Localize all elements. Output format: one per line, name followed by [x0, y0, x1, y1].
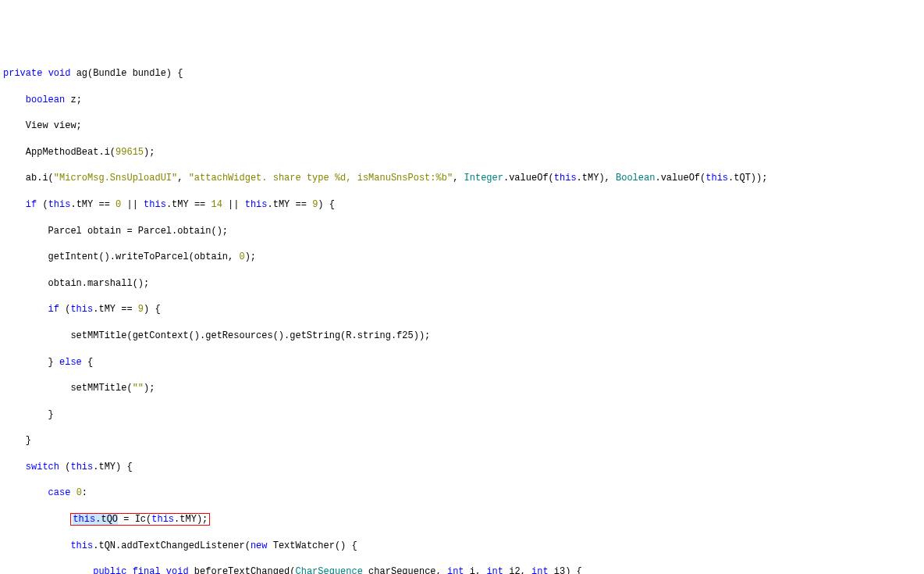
code-line: getIntent().writeToParcel(obtain, 0);	[3, 251, 921, 264]
code-line: if (this.tMY == 9) {	[3, 303, 921, 316]
code-line: obtain.marshall();	[3, 277, 921, 291]
code-line: this.tQN.addTextChangedListener(new Text…	[3, 540, 921, 553]
code-line: }	[3, 434, 921, 447]
code-line: public final void beforeTextChanged(Char…	[3, 565, 921, 574]
code-line: if (this.tMY == 0 || this.tMY == 14 || t…	[3, 198, 921, 212]
code-line: }	[3, 408, 921, 422]
code-line: } else {	[3, 356, 921, 369]
code-line: case 0:	[3, 487, 921, 500]
code-line: private void ag(Bundle bundle) {	[3, 67, 921, 80]
code-line: ab.i("MicroMsg.SnsUploadUI", "attachWidg…	[3, 172, 921, 185]
code-viewer[interactable]: private void ag(Bundle bundle) { boolean…	[3, 54, 921, 574]
code-line: Parcel obtain = Parcel.obtain();	[3, 225, 921, 238]
code-line: setMMTitle("");	[3, 382, 921, 395]
code-line: AppMethodBeat.i(99615);	[3, 146, 921, 159]
code-line: setMMTitle(getContext().getResources().g…	[3, 330, 921, 343]
code-line: View view;	[3, 119, 921, 133]
code-line: switch (this.tMY) {	[3, 461, 921, 474]
highlighted-assignment: this.tQO = Ic(this.tMY);	[70, 513, 210, 526]
code-line: boolean z;	[3, 94, 921, 107]
code-line: this.tQO = Ic(this.tMY);	[3, 513, 921, 526]
